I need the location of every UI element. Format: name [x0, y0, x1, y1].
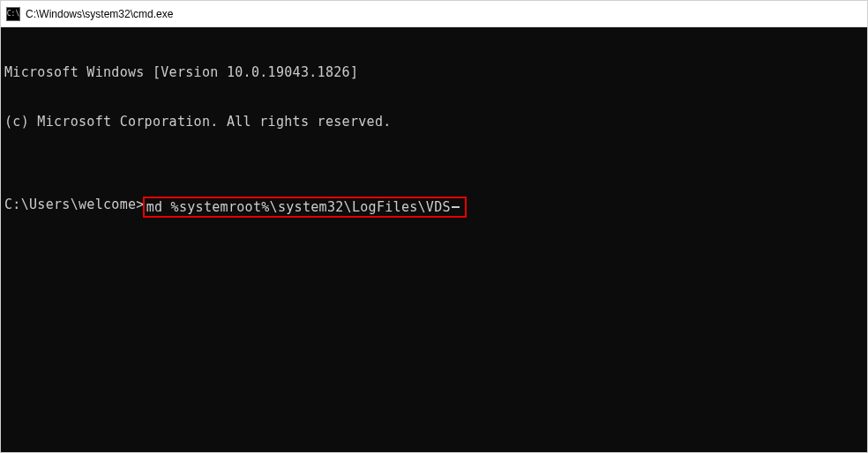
prompt-text: C:\Users\welcome>	[4, 197, 145, 213]
cmd-icon: C:\	[6, 7, 20, 21]
cursor	[452, 206, 460, 208]
window-title: C:\Windows\system32\cmd.exe	[26, 8, 173, 20]
cmd-window: C:\ C:\Windows\system32\cmd.exe Microsof…	[0, 0, 868, 453]
version-line: Microsoft Windows [Version 10.0.19043.18…	[4, 64, 864, 81]
command-highlight: md %systemroot%\system32\LogFiles\VDS	[143, 197, 467, 219]
terminal-area[interactable]: Microsoft Windows [Version 10.0.19043.18…	[1, 27, 867, 452]
titlebar[interactable]: C:\ C:\Windows\system32\cmd.exe	[1, 1, 867, 27]
prompt-line: C:\Users\welcome> md %systemroot%\system…	[4, 197, 864, 219]
copyright-line: (c) Microsoft Corporation. All rights re…	[4, 114, 864, 130]
command-text[interactable]: md %systemroot%\system32\LogFiles\VDS	[146, 199, 451, 216]
